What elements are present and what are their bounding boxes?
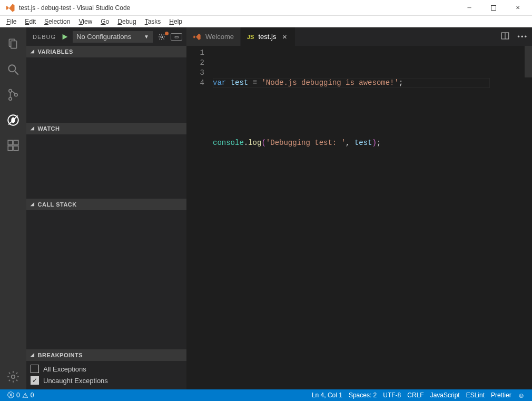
section-callstack-body: [26, 210, 186, 349]
window-close-button[interactable]: ✕: [506, 0, 530, 16]
debug-header: DEBUG No Configurations ▼ ▭: [26, 27, 186, 46]
activity-explorer-icon[interactable]: [0, 32, 26, 57]
section-variables-body: [26, 57, 186, 123]
menu-file[interactable]: File: [2, 17, 21, 26]
menubar: File Edit Selection View Go Debug Tasks …: [0, 16, 532, 27]
warning-icon: ⚠: [22, 392, 28, 399]
status-bar: ⓧ0 ⚠0 Ln 4, Col 1 Spaces: 2 UTF-8 CRLF J…: [0, 389, 532, 401]
twistie-icon: ◢: [31, 48, 35, 54]
svg-point-14: [12, 375, 15, 379]
svg-point-9: [11, 118, 15, 123]
menu-tasks[interactable]: Tasks: [141, 17, 165, 26]
svg-rect-1: [11, 41, 17, 48]
code-content[interactable]: var test = 'Node.js debugging is awesome…: [213, 46, 532, 389]
tab-close-button[interactable]: ×: [280, 33, 289, 41]
activity-debug-icon[interactable]: [0, 107, 26, 133]
section-breakpoints-header[interactable]: ◢Breakpoints: [26, 349, 186, 361]
window-titlebar: test.js - debug-test - Visual Studio Cod…: [0, 0, 532, 16]
status-eol[interactable]: CRLF: [404, 389, 427, 401]
status-cursor-position[interactable]: Ln 4, Col 1: [309, 389, 346, 401]
status-eslint[interactable]: ESLint: [463, 389, 488, 401]
status-problems[interactable]: ⓧ0 ⚠0: [4, 389, 37, 401]
menu-view[interactable]: View: [74, 17, 96, 26]
menu-go[interactable]: Go: [96, 17, 113, 26]
debug-config-select[interactable]: No Configurations ▼: [73, 31, 153, 43]
window-title: test.js - debug-test - Visual Studio Cod…: [19, 4, 457, 12]
vertical-scrollbar[interactable]: [525, 46, 532, 389]
svg-point-4: [9, 90, 12, 92]
line-number-gutter: 1 2 3 4: [186, 46, 213, 389]
section-watch-body: [26, 134, 186, 199]
activity-search-icon[interactable]: [0, 57, 26, 82]
tab-label: test.js: [258, 33, 276, 41]
config-warning-dot-icon: [165, 32, 169, 35]
status-encoding[interactable]: UTF-8: [380, 389, 404, 401]
breakpoints-list: All Exceptions ✓ Uncaught Exceptions: [26, 361, 186, 389]
svg-point-15: [161, 36, 163, 38]
debug-console-button[interactable]: ▭: [171, 33, 182, 41]
status-language[interactable]: JavaScript: [427, 389, 463, 401]
svg-rect-13: [14, 140, 18, 145]
section-callstack-header[interactable]: ◢Call Stack: [26, 199, 186, 210]
twistie-icon: ◢: [31, 125, 35, 131]
activity-extensions-icon[interactable]: [0, 133, 26, 158]
debug-title: DEBUG: [33, 34, 56, 40]
svg-line-3: [15, 71, 18, 75]
window-maximize-button[interactable]: [481, 0, 506, 16]
section-watch-header[interactable]: ◢Watch: [26, 123, 186, 134]
breakpoint-uncaught-exceptions[interactable]: ✓ Uncaught Exceptions: [31, 375, 182, 386]
activity-scm-icon[interactable]: [0, 82, 26, 107]
split-editor-button[interactable]: [500, 31, 510, 42]
twistie-icon: ◢: [31, 201, 35, 207]
js-file-icon: JS: [247, 34, 254, 40]
checkbox-unchecked-icon[interactable]: [31, 365, 39, 373]
tab-testjs[interactable]: JS test.js ×: [241, 27, 295, 46]
svg-rect-12: [14, 146, 18, 151]
start-debug-button[interactable]: [60, 32, 70, 42]
window-minimize-button[interactable]: ─: [457, 0, 481, 16]
menu-debug[interactable]: Debug: [113, 17, 140, 26]
debug-config-gear-button[interactable]: [156, 33, 168, 41]
svg-point-5: [9, 97, 12, 100]
tab-welcome[interactable]: Welcome: [186, 27, 241, 46]
status-feedback-icon[interactable]: ☺: [515, 389, 528, 401]
error-icon: ⓧ: [7, 390, 14, 400]
debug-sidebar: DEBUG No Configurations ▼ ▭ ◢Variables ◢…: [26, 27, 186, 389]
editor-tabs: Welcome JS test.js × •••: [186, 27, 532, 46]
editor-group: Welcome JS test.js × ••• 1 2 3 4: [186, 27, 532, 389]
status-prettier[interactable]: Prettier: [488, 389, 515, 401]
svg-point-6: [15, 93, 17, 96]
menu-help[interactable]: Help: [165, 17, 186, 26]
scrollbar-thumb[interactable]: [525, 46, 532, 77]
vscode-icon: [193, 33, 201, 41]
svg-rect-10: [8, 140, 13, 145]
tab-label: Welcome: [205, 33, 234, 41]
activity-settings-icon[interactable]: [0, 364, 26, 389]
activity-bar: [0, 27, 26, 389]
svg-point-2: [8, 65, 15, 72]
section-variables-header[interactable]: ◢Variables: [26, 46, 186, 57]
code-editor[interactable]: 1 2 3 4 var test = 'Node.js debugging is…: [186, 46, 532, 389]
more-actions-button[interactable]: •••: [517, 33, 528, 41]
svg-rect-11: [8, 146, 13, 151]
twistie-icon: ◢: [31, 352, 35, 357]
menu-selection[interactable]: Selection: [40, 17, 74, 26]
menu-edit[interactable]: Edit: [21, 17, 40, 26]
status-indentation[interactable]: Spaces: 2: [346, 389, 380, 401]
breakpoint-all-exceptions[interactable]: All Exceptions: [31, 363, 182, 375]
checkbox-checked-icon[interactable]: ✓: [31, 376, 39, 385]
chevron-down-icon: ▼: [144, 34, 149, 40]
debug-config-selected: No Configurations: [76, 33, 131, 41]
vscode-logo-icon: [5, 3, 16, 13]
